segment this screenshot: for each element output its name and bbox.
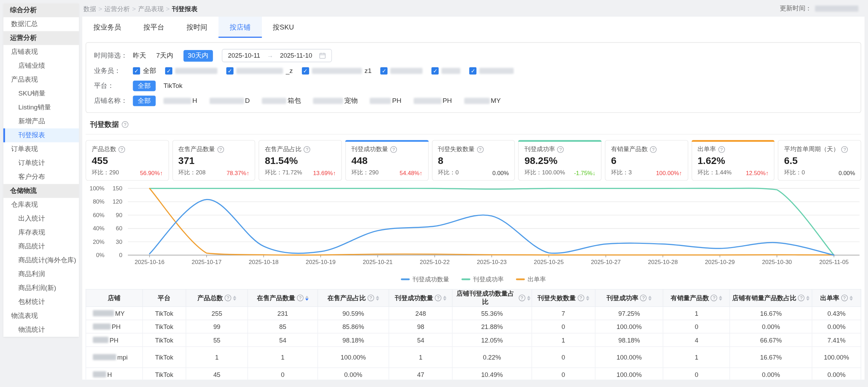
help-icon[interactable]: ? [297,295,303,301]
platform-all-button[interactable]: 全部 [133,80,156,91]
sidebar-item[interactable]: 仓库表现 [3,198,79,212]
breadcrumb-item[interactable]: 产品表现 [138,6,164,12]
tab-按业务员[interactable]: 按业务员 [82,17,132,38]
sort-carets-icon[interactable] [527,295,530,300]
salesman-checkbox[interactable]: ✓_z [226,67,293,74]
checkbox-checked-icon[interactable]: ✓ [380,67,388,74]
sidebar-item[interactable]: 商品统计 [3,240,79,254]
sort-desc-icon[interactable] [806,298,810,300]
sidebar-item[interactable]: 商品统计(海外仓库) [3,254,79,267]
help-icon[interactable]: ? [225,295,231,301]
help-icon[interactable]: ? [841,146,848,153]
breadcrumb-item[interactable]: 刊登报表 [172,6,198,12]
breadcrumb-item[interactable]: 数据 [83,6,96,12]
column-header-店铺有销量产品数占比[interactable]: 店铺有销量产品数占比? [730,289,812,307]
help-icon[interactable]: ? [650,146,656,153]
sort-asc-icon[interactable] [806,295,810,297]
sidebar-item[interactable]: 新增产品 [3,115,79,129]
sidebar-item[interactable]: 数据汇总 [3,17,79,31]
date-end[interactable]: 2025-11-10 [280,52,312,59]
sort-asc-icon[interactable] [648,295,652,297]
help-icon[interactable]: ? [711,295,717,301]
shop-option[interactable]: 宠物 [313,96,358,105]
stat-card-刊登成功数量[interactable]: 刊登成功数量?448环比：29054.48%↑ [345,140,428,181]
help-icon[interactable]: ? [640,295,647,301]
help-icon[interactable]: ? [718,146,725,153]
help-icon[interactable]: ? [367,295,374,301]
sort-desc-icon[interactable] [305,298,309,300]
time-option[interactable]: 30天内 [183,50,213,61]
salesman-checkbox[interactable]: ✓ [469,67,514,74]
checkbox-checked-icon[interactable]: ✓ [469,67,477,74]
sidebar-item[interactable]: 订单表现 [3,142,79,156]
column-header-出单率[interactable]: 出单率? [812,289,861,307]
calendar-icon[interactable] [319,52,326,59]
sort-carets-icon[interactable] [305,295,309,300]
sort-asc-icon[interactable] [233,295,237,297]
sort-asc-icon[interactable] [849,295,853,297]
tab-按店铺[interactable]: 按店铺 [219,17,262,38]
time-option[interactable]: 7天内 [156,51,173,60]
sidebar-item[interactable]: 库存表现 [3,226,79,240]
tab-按平台[interactable]: 按平台 [132,17,175,38]
column-header-店铺刊登成功数量占比[interactable]: 店铺刊登成功数量占比? [452,289,532,307]
sort-carets-icon[interactable] [719,295,722,300]
shop-option[interactable]: D [210,97,250,104]
legend-item-出单率[interactable]: 出单率 [516,275,546,283]
checkbox-checked-icon[interactable]: ✓ [165,67,172,74]
help-icon[interactable]: ? [798,295,804,301]
column-header-产品总数[interactable]: 产品总数? [186,289,248,307]
legend-item-刊登成功率[interactable]: 刊登成功率 [461,275,504,283]
stat-card-在售产品数量[interactable]: 在售产品数量?371环比：20878.37%↑ [172,140,255,181]
stat-card-平均首单周期（天）[interactable]: 平均首单周期（天）?6.5环比：00.00% [778,140,861,181]
column-header-在售产品占比[interactable]: 在售产品占比? [318,289,389,307]
help-icon[interactable]: ? [122,121,128,128]
tab-按时间[interactable]: 按时间 [175,17,219,38]
column-header-刊登成功率[interactable]: 刊登成功率? [595,289,663,307]
shop-option[interactable]: PH [370,97,402,104]
table-row[interactable]: PHTikTok998585.86%9821.88%0100.00%00.00%… [86,320,861,333]
sort-asc-icon[interactable] [443,295,447,297]
column-header-刊登成功数量[interactable]: 刊登成功数量? [389,289,452,307]
stat-card-产品总数[interactable]: 产品总数?455环比：29056.90%↑ [85,140,169,181]
sort-carets-icon[interactable] [376,295,379,300]
column-header-在售产品数量[interactable]: 在售产品数量? [248,289,318,307]
sidebar-item[interactable]: 商品利润 [3,267,79,281]
column-header-有销量产品数[interactable]: 有销量产品数? [663,289,730,307]
salesman-checkbox-all[interactable]: ✓全部 [133,66,156,75]
sidebar-item[interactable]: 产品表现 [3,73,79,87]
salesman-checkbox[interactable]: ✓ [432,67,460,74]
sort-asc-icon[interactable] [376,295,379,297]
breadcrumb-item[interactable]: 运营分析 [104,6,130,12]
sidebar-item[interactable]: 商品利润(新) [3,281,79,295]
sidebar-item[interactable]: 店铺表现 [3,45,79,59]
legend-item-刊登成功数量[interactable]: 刊登成功数量 [401,275,449,283]
date-start[interactable]: 2025-10-11 [228,52,260,59]
shop-option[interactable]: H [163,97,197,104]
shop-option[interactable]: MY [464,97,501,104]
sort-carets-icon[interactable] [806,295,810,300]
sort-desc-icon[interactable] [527,298,530,300]
sort-carets-icon[interactable] [586,295,589,300]
help-icon[interactable]: ? [841,295,847,301]
checkbox-checked-icon[interactable]: ✓ [226,67,234,74]
checkbox-checked-icon[interactable]: ✓ [133,67,140,74]
table-row[interactable]: MYTikTok25523190.59%24855.36%797.25%116.… [86,306,861,320]
sidebar-item[interactable]: 物流统计 [3,323,79,337]
sort-desc-icon[interactable] [233,298,237,300]
stat-card-有销量产品数[interactable]: 有销量产品数?6环比：3100.00%↑ [605,140,688,181]
help-icon[interactable]: ? [477,146,483,153]
shop-option[interactable]: 箱包 [262,96,301,105]
sort-asc-icon[interactable] [719,295,722,297]
date-range-picker[interactable]: 2025-10-11 → 2025-11-10 [222,49,331,62]
help-icon[interactable]: ? [118,146,125,153]
checkbox-checked-icon[interactable]: ✓ [302,67,309,74]
checkbox-checked-icon[interactable]: ✓ [432,67,439,74]
stat-card-刊登成功率[interactable]: 刊登成功率?98.25%环比：100.00%-1.75%↓ [518,140,601,181]
table-row[interactable]: PHTikTok555498.18%5412.05%198.18%466.67%… [86,333,861,346]
sidebar-item[interactable]: 订单统计 [3,156,79,170]
tab-按SKU[interactable]: 按SKU [262,17,305,38]
help-icon[interactable]: ? [435,295,441,301]
table-row[interactable]: HTikTok4500.00%4710.49%0100.00%00.00%0.0… [86,368,861,379]
help-icon[interactable]: ? [304,146,310,153]
